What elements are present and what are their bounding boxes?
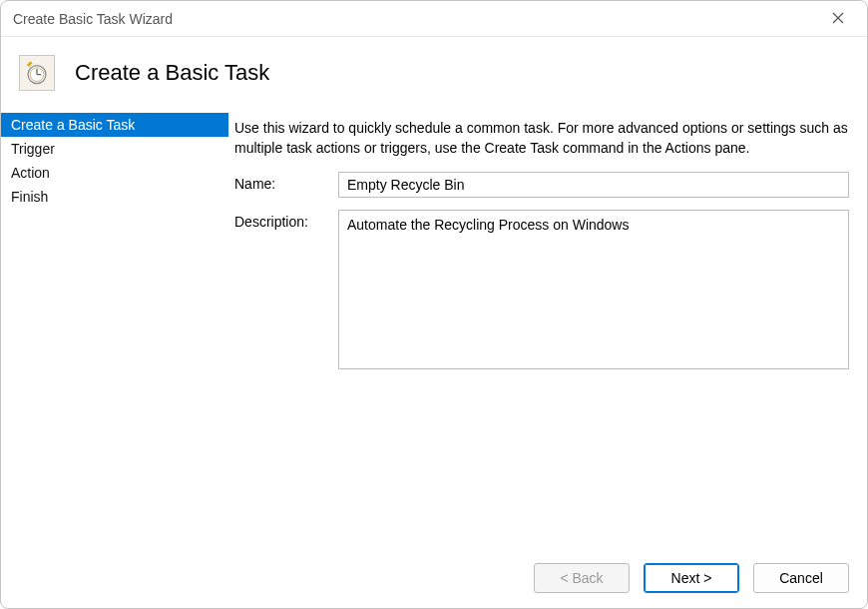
sidebar-item-create-basic-task[interactable]: Create a Basic Task: [1, 113, 228, 137]
sidebar-item-trigger[interactable]: Trigger: [1, 137, 228, 161]
task-scheduler-icon: [19, 55, 55, 91]
back-button[interactable]: < Back: [534, 563, 630, 593]
sidebar-item-finish[interactable]: Finish: [1, 185, 228, 209]
sidebar-item-action[interactable]: Action: [1, 161, 228, 185]
wizard-sidebar: Create a Basic Task Trigger Action Finis…: [1, 113, 228, 548]
close-icon: [832, 11, 844, 27]
description-label: Description:: [234, 210, 338, 230]
sidebar-item-label: Action: [11, 165, 50, 181]
sidebar-item-label: Trigger: [11, 141, 55, 157]
window-title: Create Basic Task Wizard: [13, 11, 173, 27]
name-input[interactable]: [338, 172, 849, 198]
name-label: Name:: [234, 172, 338, 192]
cancel-button[interactable]: Cancel: [753, 563, 849, 593]
wizard-body: Create a Basic Task Trigger Action Finis…: [1, 113, 867, 548]
wizard-content: Use this wizard to quickly schedule a co…: [228, 113, 867, 548]
sidebar-item-label: Create a Basic Task: [11, 117, 135, 133]
wizard-footer: < Back Next > Cancel: [1, 548, 867, 608]
name-row: Name:: [234, 172, 849, 198]
intro-text: Use this wizard to quickly schedule a co…: [234, 119, 849, 158]
close-button[interactable]: [815, 4, 861, 34]
wizard-window: Create Basic Task Wizard Create a Basic …: [0, 0, 868, 609]
page-title: Create a Basic Task: [75, 60, 269, 86]
description-input[interactable]: Automate the Recycling Process on Window…: [338, 210, 849, 369]
wizard-header: Create a Basic Task: [1, 37, 867, 113]
description-row: Description: Automate the Recycling Proc…: [234, 210, 849, 369]
titlebar: Create Basic Task Wizard: [1, 1, 867, 37]
next-button[interactable]: Next >: [644, 563, 739, 593]
sidebar-item-label: Finish: [11, 189, 48, 205]
